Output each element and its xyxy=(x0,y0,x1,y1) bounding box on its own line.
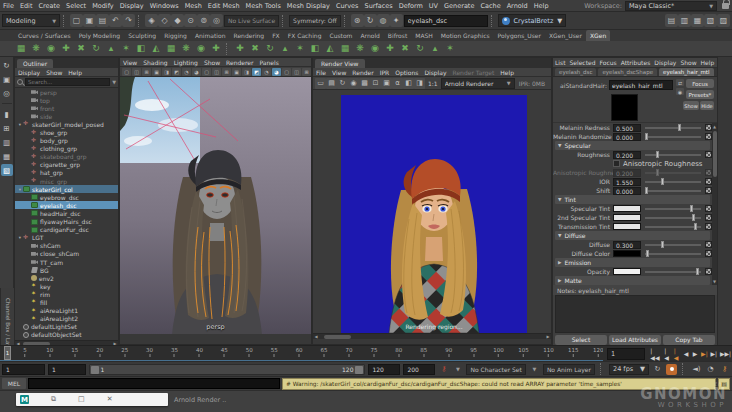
sidebar-toggle-icon-1[interactable]: ▤ xyxy=(665,14,678,27)
render-view-menu-view[interactable]: View xyxy=(329,69,349,76)
sidebar-toggle-icon-3[interactable]: ▦ xyxy=(691,14,704,27)
material-preview-swatch[interactable] xyxy=(611,94,638,121)
texture-map-icon[interactable] xyxy=(705,187,712,194)
shelf-tab-fx-caching[interactable]: FX Caching xyxy=(284,30,326,41)
renderer-dropdown[interactable]: Arnold Renderer ▼ xyxy=(441,78,515,89)
xgen-groom-shelf-icon-4[interactable]: ▴ xyxy=(278,42,292,56)
pin-node-icon[interactable]: ◉ xyxy=(676,88,684,95)
outliner-item-close-shcam[interactable]: close_shCam xyxy=(15,250,118,258)
snap-toolbar-icon-1[interactable]: ◈ xyxy=(145,14,158,27)
texture-map-icon[interactable] xyxy=(705,214,712,221)
render-view-menu-file[interactable]: File xyxy=(313,69,329,76)
scroll-track[interactable] xyxy=(319,335,545,339)
animation-end-field[interactable]: 200 xyxy=(403,364,435,375)
shelf-tab-polygons-user[interactable]: Polygons_User xyxy=(494,30,545,41)
playback-end-field[interactable]: 120 xyxy=(368,364,400,375)
xgen-shelf-icon-9[interactable]: ◧ xyxy=(134,42,148,56)
xgen-shelf-icon-1[interactable]: ▦ xyxy=(14,42,28,56)
symmetry-field[interactable]: Symmetry: Off xyxy=(289,15,340,27)
viewport-character-model[interactable] xyxy=(172,150,262,334)
shelf-tab-custom[interactable]: Custom xyxy=(325,30,356,41)
outliner-item-tt-cam[interactable]: TT_cam xyxy=(15,258,118,266)
custom-pane-layout[interactable]: ▧ xyxy=(1,164,13,176)
persp-outliner-layout[interactable]: ▥ xyxy=(1,136,13,148)
texture-map-icon[interactable] xyxy=(705,133,712,140)
attribute-editor-menu-attributes[interactable]: Attributes xyxy=(619,59,653,66)
shelf-tab-xgen-user[interactable]: XGen_User xyxy=(545,30,586,41)
viewport-menu-renderer[interactable]: Renderer xyxy=(223,59,256,66)
slider-specular-tint[interactable] xyxy=(645,208,701,210)
slider-handle[interactable] xyxy=(661,241,664,248)
texture-map-icon[interactable] xyxy=(705,169,712,176)
workspace-dropdown[interactable]: Maya Classic* ▼ xyxy=(625,1,717,11)
rotate-tool[interactable]: ↻ xyxy=(1,59,13,71)
checkbox-anisotropic-roughness[interactable] xyxy=(613,160,620,167)
snap-toolbar-icon-4[interactable]: ⊙ xyxy=(184,14,197,27)
mute-audio-icon[interactable]: ◄) xyxy=(691,364,702,375)
menubar-item-curves[interactable]: Curves xyxy=(333,2,362,10)
slider-transmission-tint[interactable] xyxy=(645,226,701,228)
go-to-start-button[interactable]: |◀◀ xyxy=(649,348,662,360)
outliner-menu-display[interactable]: Display xyxy=(15,69,43,76)
outliner-item-defaultobjectset[interactable]: defaultObjectSet xyxy=(15,331,118,339)
menubar-item-uv[interactable]: UV xyxy=(426,2,441,10)
file-toolbar-icon-3[interactable]: ▤ xyxy=(96,14,109,27)
render-view-menu-ipr[interactable]: IPR xyxy=(377,69,393,76)
shelf-tab-rendering[interactable]: Rendering xyxy=(230,30,269,41)
history-toolbar-icon-3[interactable]: ◍ xyxy=(377,14,390,27)
viewport-toolbar-icon-18[interactable]: ◫ xyxy=(292,68,301,76)
outliner-item-side[interactable]: side xyxy=(15,112,118,120)
slider-anisotropic-roughness[interactable] xyxy=(645,172,701,174)
render-view-tab[interactable]: Render View xyxy=(315,59,365,68)
sidebar-toggle-icon-4[interactable]: ▧ xyxy=(704,14,717,27)
color-swatch-opacity[interactable] xyxy=(613,268,641,275)
insert-key-icon[interactable]: ⚷ xyxy=(719,364,730,375)
auto-keyframe-button[interactable] xyxy=(666,364,677,375)
outliner-item-misc-grp[interactable]: misc_grp xyxy=(15,177,118,185)
texture-map-icon[interactable] xyxy=(705,250,712,257)
shelf-tab-bifrost[interactable]: Bifrost xyxy=(384,30,411,41)
file-toolbar-icon-2[interactable]: ▣ xyxy=(83,14,96,27)
render-toolbar-icon-10[interactable]: ◨ xyxy=(414,78,425,89)
outliner-item-shcam[interactable]: shCam xyxy=(15,242,118,250)
shelf-tab-fx[interactable]: FX xyxy=(268,30,284,41)
attribute-editor-menu-help[interactable]: Help xyxy=(699,59,717,66)
shelf-tab-poly-modeling[interactable]: Poly Modeling xyxy=(75,30,125,41)
focus-button[interactable]: Focus xyxy=(686,79,714,88)
notes-textarea[interactable] xyxy=(555,295,715,333)
xgen-groom-shelf-icon-8[interactable]: ▦ xyxy=(338,42,352,56)
viewport-menu-show[interactable]: Show xyxy=(201,59,223,66)
shelf-tab-curves-surfaces[interactable]: Curves / Surfaces xyxy=(14,30,75,41)
step-forward-frame-button[interactable]: ▶| xyxy=(710,348,718,360)
quick-selection-field[interactable] xyxy=(404,15,488,27)
hide-button[interactable]: Hide xyxy=(700,101,714,110)
xgen-shelf-icon-4[interactable]: ✚ xyxy=(59,42,73,56)
character-set-dropdown[interactable]: No Character Set xyxy=(466,364,525,375)
load-attributes-button[interactable]: Load Attributes xyxy=(609,335,661,345)
swap-node-icon[interactable]: ⇄ xyxy=(676,79,684,86)
value-field-shift[interactable]: 0.000 xyxy=(613,187,641,195)
render-toolbar-icon-4[interactable]: ◉ xyxy=(348,78,359,89)
viewport-toolbar-icon-14[interactable]: ◩ xyxy=(252,68,261,76)
outliner-item-flyawayhairs-dsc[interactable]: flyawayHairs_dsc xyxy=(15,218,118,226)
sidebar-toggle-icon-5[interactable]: ▨ xyxy=(717,14,730,27)
xgen-shelf-icon-11[interactable]: ▦ xyxy=(164,42,178,56)
close-window-icon[interactable]: ✕ xyxy=(107,396,113,403)
slider-2nd-specular-tint[interactable] xyxy=(645,217,701,219)
viewport-toolbar-icon-5[interactable]: ◨ xyxy=(162,68,171,76)
outliner-item-skatergirl-col[interactable]: ▾skaterGirl_col xyxy=(15,185,118,193)
filter-menu-icon[interactable]: ▼ xyxy=(112,79,116,85)
four-pane-layout[interactable]: ⊞ xyxy=(1,122,13,134)
shelf-tab-rigging[interactable]: Rigging xyxy=(160,30,191,41)
history-toolbar-icon-4[interactable]: ✦ xyxy=(390,14,403,27)
viewport-menu-view[interactable]: View xyxy=(120,59,140,66)
render-toolbar-icon-7[interactable]: ▣ xyxy=(381,78,392,89)
xgen-shelf-icon-12[interactable]: ❋ xyxy=(179,42,193,56)
playback-start-field[interactable]: 1 xyxy=(48,364,86,375)
attribute-section-specular[interactable]: ▼Specular xyxy=(555,141,710,150)
xgen-shelf-icon-10[interactable]: ◭ xyxy=(149,42,163,56)
slider-opacity[interactable] xyxy=(645,271,701,273)
texture-map-icon[interactable] xyxy=(705,268,712,275)
render-view-menu-render[interactable]: Render xyxy=(349,69,376,76)
viewport-toolbar-icon-19[interactable]: ⊞ xyxy=(302,68,311,76)
